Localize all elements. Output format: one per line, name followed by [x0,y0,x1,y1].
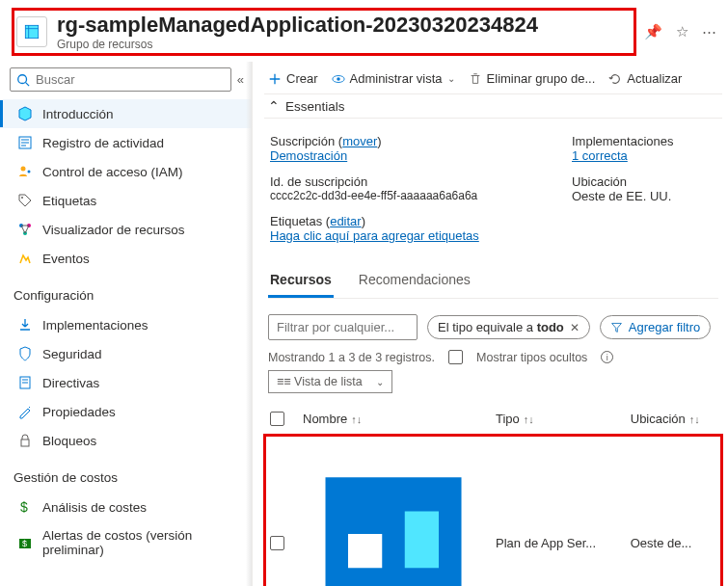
locks-icon [17,433,33,448]
svg-point-16 [337,77,340,81]
policy-icon [17,375,33,390]
tags-label: Etiquetas [270,214,322,228]
search-input[interactable] [36,72,225,87]
col-name[interactable]: Nombre↑↓ [297,403,490,435]
sidebar-item[interactable]: Implementaciones [0,310,252,339]
sidebar-item[interactable]: Introducción [0,99,252,128]
col-type[interactable]: Tipo↑↓ [490,403,625,435]
page-title: rg-sampleManagedApplication-202303202348… [57,13,538,38]
sidebar-item-label: Directivas [42,376,99,390]
svg-point-1 [18,74,27,83]
refresh-button[interactable]: Actualizar [608,71,682,86]
sidebar-section-cost: Gestión de costos [0,457,252,491]
essentials-toggle[interactable]: ⌃ Essentials [264,93,722,119]
search-box[interactable] [10,67,231,92]
command-bar: Crear Administrar vista⌄ Eliminar grupo … [264,62,722,93]
sidebar-item[interactable]: $Alertas de costos (versión preliminar) [0,521,252,564]
deploy-icon [17,317,33,333]
deployments-value[interactable]: 1 correcta [572,148,716,163]
page-subtitle: Grupo de recursos [57,38,538,51]
delete-button[interactable]: Eliminar grupo de... [469,71,596,86]
col-location[interactable]: Ubicación↑↓ [625,403,722,435]
record-count: Mostrando 1 a 3 de 3 registros. [268,351,435,364]
sidebar-item[interactable]: Eventos [0,244,252,273]
resources-table: Nombre↑↓ Tipo↑↓ Ubicación↑↓ demoAppServi… [264,403,722,586]
sidebar-collapse-icon[interactable]: « [237,72,244,87]
chevron-up-icon: ⌃ [268,98,280,114]
sidebar-item[interactable]: Etiquetas [0,186,252,215]
svg-rect-17 [326,477,462,586]
tags-edit-link[interactable]: editar [330,214,362,228]
sidebar-section-config: Configuración [0,275,252,308]
create-button[interactable]: Crear [268,71,318,86]
log-icon [17,135,33,150]
star-icon[interactable]: ☆ [676,23,688,40]
sidebar-item[interactable]: Directivas [0,368,252,397]
table-row[interactable]: demoAppServicePlanPlan de App Ser...Oest… [264,435,722,586]
eye-icon [332,72,345,86]
sidebar-item-label: Etiquetas [42,194,96,208]
resource-location: Oeste de... [625,435,722,586]
sort-icon: ↑↓ [351,413,362,425]
location-value: Oeste de EE. UU. [572,189,716,203]
tab-recommendations[interactable]: Recomendaciones [357,266,472,298]
page-header: rg-sampleManagedApplication-202303202348… [0,0,728,62]
tab-resources[interactable]: Recursos [268,266,334,298]
security-icon [17,346,33,361]
svg-rect-18 [348,534,382,568]
svg-line-2 [26,82,30,86]
pin-icon[interactable]: 📌 [644,23,662,40]
info-icon[interactable]: i [601,351,613,363]
select-all-checkbox[interactable] [270,412,284,426]
tabs: Recursos Recomendaciones [268,266,718,299]
svg-point-4 [21,167,26,172]
sidebar-item[interactable]: Control de acceso (IAM) [0,157,252,186]
refresh-icon [608,72,622,86]
subscription-label: Suscripción [270,134,335,148]
subscription-id-label: Id. de suscripción [270,174,549,189]
manage-view-button[interactable]: Administrar vista⌄ [332,71,455,86]
svg-point-6 [21,197,23,199]
sidebar-item[interactable]: Bloqueos [0,426,252,455]
cost-icon: $ [17,499,33,515]
svg-point-5 [28,171,31,173]
sort-icon: ↑↓ [524,413,534,425]
sidebar-scrollbar[interactable] [246,62,252,586]
sidebar-item[interactable]: Registro de actividad [0,128,252,157]
tags-add-link[interactable]: Haga clic aquí para agregar etiquetas [270,228,549,243]
sidebar-item-label: Introducción [42,107,114,121]
sidebar-item-label: Visualizador de recursos [42,223,185,237]
view-select[interactable]: ≡≡ Vista de lista⌄ [268,370,392,393]
show-hidden-checkbox[interactable] [448,350,463,364]
main-content: Crear Administrar vista⌄ Eliminar grupo … [253,62,728,586]
visual-icon [17,222,33,237]
svg-rect-0 [25,25,38,38]
sidebar-item-label: Seguridad [42,347,102,361]
essentials-panel: Suscripción (mover) Demostración Id. de … [264,119,722,249]
events-icon [17,251,33,266]
svg-text:$: $ [20,499,28,515]
type-filter-pill[interactable]: El tipo equivale a todo ✕ [427,315,590,339]
title-highlight-box: rg-sampleManagedApplication-202303202348… [12,8,636,56]
sidebar-item[interactable]: Seguridad [0,339,252,368]
filter-bar: El tipo equivale a todo ✕ Agregar filtro [264,299,722,350]
props-icon [17,404,33,419]
subscription-value[interactable]: Demostración [270,148,549,163]
sidebar-item-label: Propiedades [42,405,116,419]
sidebar-item[interactable]: Visualizador de recursos [0,215,252,244]
location-label: Ubicación [572,174,716,189]
resource-type: Plan de App Ser... [490,435,625,586]
close-icon[interactable]: ✕ [570,321,580,334]
sidebar-item-label: Registro de actividad [42,136,164,150]
filter-input[interactable] [268,314,418,340]
sidebar-item[interactable]: Propiedades [0,397,252,426]
iam-icon [17,164,33,179]
row-checkbox[interactable] [270,536,284,550]
add-filter-button[interactable]: Agregar filtro [600,315,711,339]
sidebar-item-label: Análisis de costes [42,500,147,515]
sidebar-item-label: Bloqueos [42,434,96,448]
subscription-move-link[interactable]: mover [342,134,377,148]
sidebar-item[interactable]: $Análisis de costes [0,493,252,521]
more-icon[interactable]: ⋯ [702,23,716,40]
sort-icon: ↑↓ [689,413,700,425]
